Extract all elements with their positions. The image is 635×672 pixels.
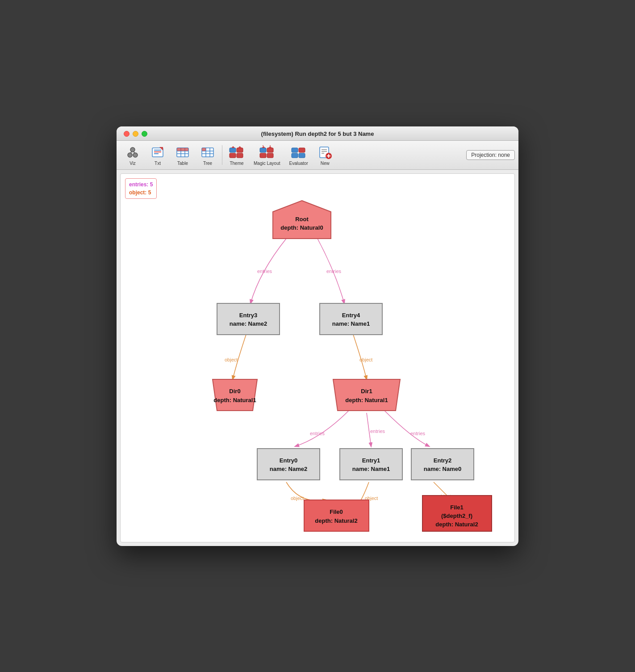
svg-rect-24 bbox=[230, 153, 236, 158]
svg-text:File0: File0 bbox=[330, 508, 343, 515]
evaluator-label: Evaluator bbox=[289, 161, 308, 166]
svg-rect-25 bbox=[237, 153, 243, 158]
node-entry4[interactable] bbox=[320, 303, 382, 335]
viz-button[interactable]: Viz bbox=[120, 143, 145, 168]
magic-layout-label: Magic Layout bbox=[254, 161, 280, 166]
evaluator-button[interactable]: Evaluator bbox=[284, 143, 312, 168]
txt-label: Txt bbox=[155, 161, 161, 166]
toolbar: Viz Txt bbox=[117, 141, 518, 170]
node-entry1[interactable] bbox=[340, 449, 402, 480]
txt-icon bbox=[150, 144, 166, 160]
tree-label: Tree bbox=[203, 161, 212, 166]
object-stat: object: 5 bbox=[129, 189, 153, 197]
node-entry2[interactable] bbox=[411, 449, 474, 480]
theme-label: Theme bbox=[230, 161, 243, 166]
svg-text:depth: Natural2: depth: Natural2 bbox=[315, 517, 357, 524]
svg-text:depth: Natural0: depth: Natural0 bbox=[280, 224, 323, 231]
svg-text:entries: entries bbox=[257, 269, 272, 274]
svg-point-0 bbox=[128, 153, 132, 157]
maximize-button[interactable] bbox=[142, 131, 147, 137]
svg-text:object: object bbox=[225, 357, 238, 362]
svg-text:name: Name1: name: Name1 bbox=[332, 320, 370, 327]
evaluator-icon bbox=[291, 144, 307, 160]
svg-text:Dir1: Dir1 bbox=[361, 388, 372, 395]
svg-text:name: Name0: name: Name0 bbox=[424, 466, 462, 472]
svg-rect-23 bbox=[237, 148, 243, 152]
table-label: Table bbox=[177, 161, 188, 166]
svg-marker-27 bbox=[238, 146, 242, 148]
svg-rect-37 bbox=[299, 148, 305, 152]
svg-text:Entry0: Entry0 bbox=[280, 457, 297, 464]
svg-text:entries: entries bbox=[370, 428, 385, 434]
node-entry3[interactable] bbox=[217, 303, 280, 335]
svg-rect-31 bbox=[267, 153, 273, 158]
traffic-lights bbox=[124, 131, 147, 137]
stats-box: entries: 5 object: 5 bbox=[125, 178, 157, 199]
theme-button[interactable]: Theme bbox=[224, 143, 249, 168]
svg-rect-22 bbox=[230, 148, 236, 152]
viz-label: Viz bbox=[130, 161, 136, 166]
svg-text:entries: entries bbox=[310, 431, 325, 436]
table-button[interactable]: Table bbox=[170, 143, 195, 168]
svg-point-2 bbox=[130, 147, 135, 152]
node-dir0[interactable] bbox=[213, 379, 257, 411]
svg-rect-21 bbox=[202, 148, 206, 151]
svg-point-1 bbox=[133, 153, 138, 157]
svg-text:Dir0: Dir0 bbox=[229, 388, 240, 395]
svg-text:depth: Natural1: depth: Natural1 bbox=[345, 397, 388, 403]
node-file0[interactable] bbox=[304, 500, 369, 531]
svg-text:depth: Natural2: depth: Natural2 bbox=[435, 521, 478, 528]
tree-diagram: entries entries object object entries en… bbox=[121, 174, 514, 540]
svg-text:entries: entries bbox=[410, 431, 426, 436]
window-title: (filesystem) Run depth2 for 5 but 3 Name bbox=[261, 130, 374, 137]
entries-stat: entries: 5 bbox=[129, 181, 153, 189]
magic-layout-icon bbox=[259, 144, 275, 160]
txt-button[interactable]: Txt bbox=[145, 143, 170, 168]
projection-badge[interactable]: Projection: none bbox=[466, 150, 515, 160]
viz-icon bbox=[125, 144, 141, 160]
separator-1 bbox=[222, 145, 222, 165]
app-window: (filesystem) Run depth2 for 5 but 3 Name… bbox=[117, 126, 518, 546]
svg-marker-33 bbox=[268, 146, 272, 148]
titlebar: (filesystem) Run depth2 for 5 but 3 Name bbox=[117, 126, 518, 141]
theme-icon bbox=[229, 144, 245, 160]
svg-text:Entry1: Entry1 bbox=[362, 457, 380, 464]
new-button[interactable]: New bbox=[313, 143, 338, 168]
svg-text:name: Name1: name: Name1 bbox=[352, 466, 390, 472]
table-icon bbox=[175, 144, 191, 160]
svg-rect-39 bbox=[299, 153, 305, 158]
svg-text:object: object bbox=[359, 357, 372, 362]
svg-marker-32 bbox=[262, 146, 265, 148]
svg-rect-38 bbox=[292, 153, 298, 158]
svg-rect-29 bbox=[267, 148, 273, 152]
svg-text:object: object bbox=[291, 496, 304, 501]
svg-rect-30 bbox=[260, 153, 266, 158]
minimize-button[interactable] bbox=[133, 131, 138, 137]
svg-text:entries: entries bbox=[326, 269, 342, 274]
svg-text:Entry2: Entry2 bbox=[434, 457, 451, 464]
svg-rect-15 bbox=[177, 148, 188, 151]
new-label: New bbox=[321, 161, 330, 166]
node-dir1[interactable] bbox=[333, 379, 400, 411]
new-icon bbox=[317, 144, 333, 160]
svg-text:Root: Root bbox=[295, 216, 309, 223]
svg-text:name: Name2: name: Name2 bbox=[230, 320, 267, 327]
svg-text:Entry3: Entry3 bbox=[239, 312, 257, 319]
svg-text:depth: Natural1: depth: Natural1 bbox=[213, 397, 256, 403]
svg-text:File1: File1 bbox=[450, 504, 464, 511]
svg-text:($depth2_f): ($depth2_f) bbox=[441, 512, 472, 519]
close-button[interactable] bbox=[124, 131, 130, 137]
content-area: entries: 5 object: 5 entries entries bbox=[120, 173, 515, 542]
svg-rect-28 bbox=[260, 148, 266, 152]
tree-button[interactable]: Tree bbox=[195, 143, 220, 168]
magic-layout-button[interactable]: Magic Layout bbox=[249, 143, 284, 168]
node-entry0[interactable] bbox=[257, 449, 320, 480]
tree-icon bbox=[200, 144, 216, 160]
svg-text:Entry4: Entry4 bbox=[342, 312, 360, 319]
svg-marker-26 bbox=[231, 146, 235, 148]
svg-text:name: Name2: name: Name2 bbox=[270, 466, 308, 472]
svg-rect-36 bbox=[292, 148, 298, 152]
